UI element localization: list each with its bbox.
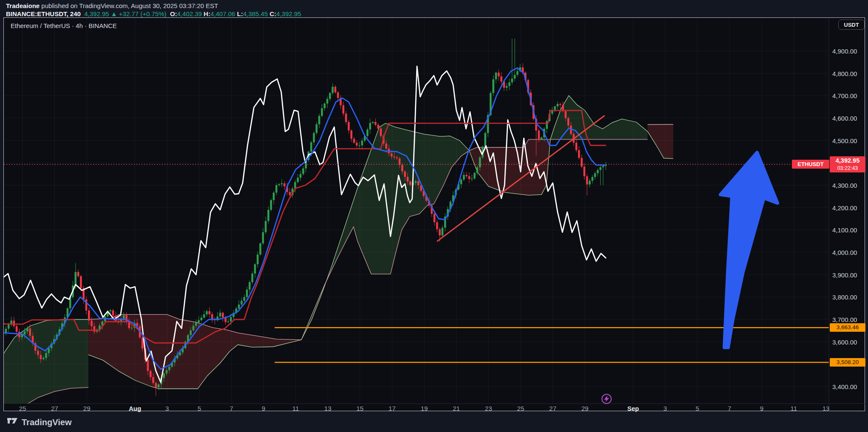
cloud-band-red <box>88 314 301 389</box>
tradingview-published-chart: Tradeaione published on TradingView.com,… <box>0 0 868 432</box>
ichimoku-cloud <box>3 96 673 424</box>
currency-unit-button[interactable]: USDT <box>838 20 865 30</box>
up-arrow-drawing[interactable] <box>720 152 777 347</box>
chart-title: Ethereum / TetherUS · 4h · BINANCE <box>11 22 117 29</box>
tradingview-logo[interactable]: TradingView <box>7 417 71 427</box>
tradingview-logo-text: TradingView <box>22 418 71 427</box>
lightning-icon[interactable] <box>602 394 611 404</box>
senkou-line <box>647 124 673 125</box>
cloud-band-green <box>3 319 88 424</box>
cloud-band-green <box>301 123 469 340</box>
plot-area <box>2 18 829 424</box>
cloud-band-red <box>647 124 673 159</box>
price-chart-canvas[interactable] <box>0 0 868 432</box>
tradingview-logo-icon <box>7 417 18 427</box>
